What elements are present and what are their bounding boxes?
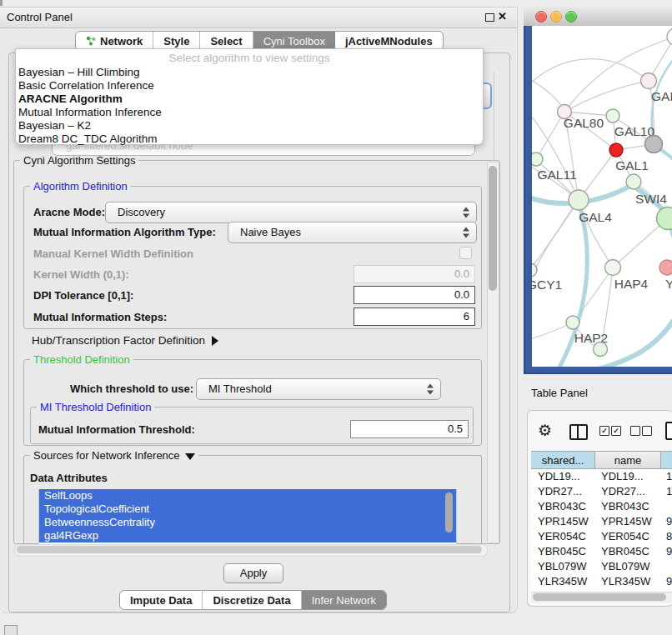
table-row[interactable]: YER054CYER054C8. <box>531 529 672 544</box>
unchecked-checkbox-icon[interactable] <box>642 426 652 436</box>
node-gal4[interactable] <box>569 190 589 210</box>
kernel-width-field[interactable]: 0.0 <box>354 265 475 283</box>
node-label-swi4: SWI4 <box>635 192 667 206</box>
which-threshold-label: Which threshold to use: <box>70 382 193 395</box>
attributes-list-scrollbar[interactable] <box>445 492 453 532</box>
tab-cyni-toolbox[interactable]: Cyni Toolbox <box>253 32 335 50</box>
table-row[interactable]: YBR043CYBR043C <box>531 499 672 514</box>
table-cell: YPR145W <box>594 514 659 529</box>
mi-steps-field[interactable]: 6 <box>354 308 475 326</box>
table-panel: ⚙ ✓ ✓ shared...nameA YDL19...YDL19...13Y… <box>527 410 672 607</box>
attribute-item-gal4rgexp[interactable]: gal4RGexp <box>39 529 456 542</box>
algorithm-option-dream8-dc-tdc-algorithm[interactable]: Dream8 DC_TDC Algorithm <box>16 132 483 146</box>
table-row[interactable]: YLR345WYLR345W9. <box>531 574 672 589</box>
node-hap4[interactable] <box>605 260 621 276</box>
node-gal11[interactable] <box>532 152 543 166</box>
attribute-item-topologicalcoefficient[interactable]: TopologicalCoefficient <box>39 502 456 516</box>
algorithm-definition-title: Algorithm Definition <box>30 180 131 192</box>
tab-label: Style <box>163 35 189 48</box>
table-hscroll-thumb[interactable] <box>533 593 666 601</box>
tab-network[interactable]: Network <box>76 32 153 50</box>
algorithm-option-aracne-algorithm[interactable]: ARACNE Algorithm <box>16 92 483 106</box>
kernel-width-label: Kernel Width (0,1): <box>33 268 129 281</box>
settings-group-title: Cyni Algorithm Settings <box>20 154 138 167</box>
node-gal1-red[interactable] <box>609 143 623 157</box>
table-row[interactable]: YDL19...YDL19...13 <box>531 469 672 484</box>
column-header-shared[interactable]: shared... <box>531 451 595 469</box>
network-canvas[interactable]: GALGAL80GAL10GAL1GAL11SWI4GAL4GCY1HAP4YH… <box>532 26 672 367</box>
node-label-gal: GAL <box>651 89 672 103</box>
node-label-gal1: GAL1 <box>615 158 649 172</box>
tab-style[interactable]: Style <box>153 32 200 50</box>
split-pane-icon[interactable] <box>569 424 588 440</box>
algorithm-option-mutual-information-inference[interactable]: Mutual Information Inference <box>16 106 483 119</box>
table-cell: 9. <box>659 574 672 589</box>
tab-impute-data[interactable]: Impute Data <box>120 591 203 609</box>
network-icon <box>86 36 96 46</box>
manual-kernel-checkbox[interactable] <box>459 247 472 259</box>
dpi-tolerance-field[interactable]: 0.0 <box>354 286 475 304</box>
tab-label: Select <box>210 35 242 48</box>
tab-infer-network[interactable]: Infer Network <box>302 591 386 609</box>
algorithm-option-bayesian-hill-climbing[interactable]: Bayesian – Hill Climbing <box>16 66 483 79</box>
unchecked-checkbox-icon[interactable] <box>630 426 640 436</box>
mi-type-combo[interactable]: Naive Bayes <box>228 222 477 243</box>
checked-checkbox-icon[interactable]: ✓ <box>611 426 621 436</box>
node-hap2[interactable] <box>566 316 579 329</box>
node-partial-top[interactable] <box>667 28 672 45</box>
table-cell: 9. <box>659 544 672 559</box>
column-header-a[interactable]: A <box>661 451 672 469</box>
gear-icon[interactable]: ⚙ <box>538 421 552 439</box>
node-salmon[interactable] <box>659 260 672 275</box>
hub-definition-toggle[interactable]: Hub/Transcription Factor Definition <box>32 334 218 347</box>
aracne-mode-combo[interactable]: Discovery <box>105 202 477 223</box>
tab-label: Infer Network <box>312 594 376 607</box>
node-pale-pink-top[interactable] <box>641 73 657 89</box>
mi-threshold-field[interactable]: 0.5 <box>350 420 469 438</box>
float-panel-icon[interactable] <box>485 13 494 22</box>
table-row[interactable]: YPR145WYPR145W9. <box>531 514 672 529</box>
table-row[interactable]: YBR045CYBR045C9. <box>531 544 672 559</box>
node-bottom[interactable] <box>594 342 608 357</box>
document-icon[interactable] <box>665 422 672 440</box>
tab-discretize-data[interactable]: Discretize Data <box>203 591 301 609</box>
table-cell: YLR345W <box>594 574 659 589</box>
collapsed-panel-icon[interactable] <box>4 625 18 635</box>
node-gal10[interactable] <box>606 109 619 122</box>
minimize-traffic-light[interactable] <box>550 11 562 22</box>
settings-vscroll-thumb[interactable] <box>489 166 497 291</box>
settings-hscroll-thumb[interactable] <box>17 546 482 553</box>
table-cell: YDR27... <box>531 484 594 499</box>
tab-label: Discretize Data <box>213 594 290 607</box>
node-gray[interactable] <box>645 136 663 153</box>
apply-button[interactable]: Apply <box>223 563 283 583</box>
close-icon[interactable]: ✕ <box>498 10 507 22</box>
zoom-traffic-light[interactable] <box>565 11 577 22</box>
node-gcy1[interactable] <box>532 263 537 277</box>
which-threshold-combo[interactable]: MI Threshold <box>196 378 441 400</box>
network-window-titlebar[interactable] <box>524 7 672 27</box>
table-cell: YER054C <box>594 529 659 544</box>
manual-kernel-label: Manual Kernel Width Definition <box>33 248 193 260</box>
node-swi4[interactable] <box>626 174 641 189</box>
tab-label: jActiveMNodules <box>345 35 433 48</box>
algorithm-option-basic-correlation-inference[interactable]: Basic Correlation Inference <box>16 79 483 92</box>
algorithm-popup-placeholder: Select algorithm to view settings <box>16 49 483 66</box>
algorithm-option-bayesian-k2[interactable]: Bayesian – K2 <box>16 119 483 132</box>
network-edge[interactable] <box>536 112 564 159</box>
tab-select[interactable]: Select <box>200 32 253 50</box>
table-body: YDL19...YDL19...13YDR27...YDR27...12YBR0… <box>531 469 672 604</box>
table-row[interactable]: YBL079WYBL079W <box>531 559 672 574</box>
combo-stepper-icon <box>463 208 470 218</box>
table-header-row: shared...nameA <box>531 451 672 469</box>
network-window-frame: GALGAL80GAL10GAL1GAL11SWI4GAL4GCY1HAP4YH… <box>524 26 672 374</box>
attribute-item-betweennesscentrality[interactable]: BetweennessCentrality <box>39 516 456 529</box>
attribute-item-selfloops[interactable]: SelfLoops <box>39 489 456 502</box>
column-header-name[interactable]: name <box>595 451 661 469</box>
close-traffic-light[interactable] <box>535 11 547 22</box>
tab-jactivemnodules[interactable]: jActiveMNodules <box>335 32 443 50</box>
node-label-gal80: GAL80 <box>564 116 604 130</box>
sources-toggle[interactable]: Sources for Network Inference <box>30 449 198 462</box>
checked-checkbox-icon[interactable]: ✓ <box>599 426 609 436</box>
table-row[interactable]: YDR27...YDR27...12 <box>531 484 672 499</box>
